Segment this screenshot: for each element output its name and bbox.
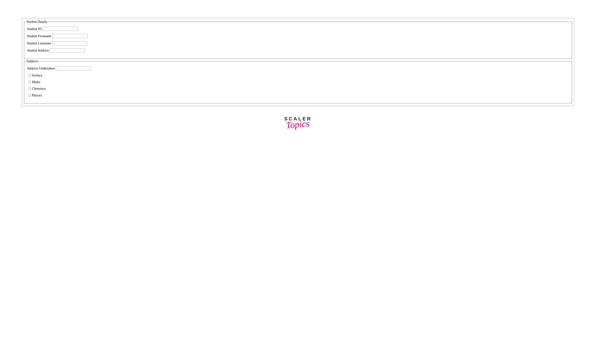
student-lastname-label: Student Lastname (27, 41, 51, 45)
student-id-label: Student ID (27, 27, 42, 31)
scaler-topics-logo: SCALER Topics (21, 116, 575, 129)
student-lastname-input[interactable] (52, 41, 87, 45)
student-address-input[interactable] (50, 48, 85, 52)
field-row: Student ID (27, 27, 569, 31)
checkbox-row: Maths (28, 80, 568, 84)
physics-label: Physics (32, 93, 42, 97)
subjects-undertaken-label: Subjects Undertaken (27, 67, 55, 70)
checkbox-row: Physics (28, 93, 568, 97)
student-details-legend: Student Details (26, 20, 47, 24)
student-firstname-input[interactable] (52, 34, 88, 38)
chemistry-label: Chemistry (32, 87, 46, 91)
student-id-input[interactable] (43, 27, 78, 31)
field-row: Student Firstname (27, 34, 569, 38)
physics-checkbox[interactable] (28, 94, 31, 97)
field-row: Subjects Undertaken (27, 66, 569, 70)
student-firstname-label: Student Firstname (27, 34, 51, 38)
science-label: Science (32, 74, 42, 77)
subjects-fieldset: Subjects Subjects Undertaken Science Mat… (24, 59, 572, 104)
student-address-label: Student Address (27, 49, 49, 52)
checkbox-row: Chemistry (28, 87, 568, 91)
checkbox-row: Science (28, 74, 568, 77)
chemistry-checkbox[interactable] (28, 88, 31, 90)
maths-label: Maths (32, 80, 40, 84)
subjects-legend: Subjects (26, 59, 38, 63)
field-row: Student Address (27, 48, 569, 52)
field-row: Student Lastname (27, 41, 569, 45)
page: Student Details Student ID Student First… (0, 0, 596, 136)
subjects-undertaken-input[interactable] (56, 66, 91, 70)
student-details-fieldset: Student Details Student ID Student First… (24, 20, 572, 59)
maths-checkbox[interactable] (28, 81, 31, 83)
science-checkbox[interactable] (28, 74, 31, 77)
form-container: Student Details Student ID Student First… (21, 17, 575, 107)
